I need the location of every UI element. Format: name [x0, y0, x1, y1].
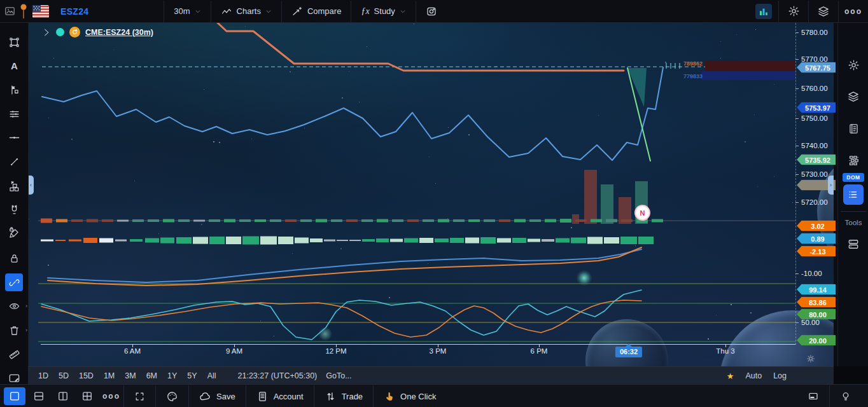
star-icon[interactable]: ★ — [727, 371, 734, 381]
trade-button[interactable]: Trade — [314, 390, 373, 403]
price-tick — [795, 88, 799, 89]
range-1y[interactable]: 1Y — [162, 371, 182, 380]
settings-button[interactable] — [779, 1, 808, 22]
price-tick-label: 5720.00 — [801, 198, 828, 206]
price-tick — [795, 202, 799, 203]
price-label: 3.02 — [797, 221, 836, 231]
price-tick — [795, 273, 799, 274]
ideas-button[interactable] — [830, 390, 862, 402]
svg-text:779833: 779833 — [683, 73, 703, 79]
tool-magnet-tool[interactable] — [5, 200, 23, 218]
price-axis-separator — [795, 23, 796, 345]
layout-single-button[interactable] — [4, 387, 25, 405]
chart-canvas[interactable]: 789862779833 — [28, 23, 834, 366]
range-5y[interactable]: 5Y — [182, 371, 202, 380]
compare-button[interactable]: Compare — [282, 1, 351, 22]
account-button[interactable]: Account — [246, 390, 314, 403]
layout-more-button[interactable]: ooo — [101, 387, 122, 405]
tool-channel-lines-tool[interactable] — [5, 105, 23, 123]
lightbulb-icon — [840, 390, 851, 402]
range-5d[interactable]: 5D — [53, 371, 74, 380]
tool-abc-pattern-tool[interactable] — [5, 177, 23, 195]
interval-dropdown[interactable]: 30m — [164, 1, 210, 22]
legend-symbol-link[interactable]: CME:ESZ24 (30m) — [85, 28, 153, 37]
trading-platform: ESZ24 30m Charts Compare ƒx Study — [0, 0, 868, 407]
tool-flag-marker-tool[interactable] — [5, 81, 23, 99]
left-panel-collapse-handle[interactable]: ‹ — [28, 176, 34, 195]
range-all[interactable]: All — [202, 371, 221, 380]
right-sidebar: DOM Tools — [837, 23, 868, 384]
sidebar-item-layers[interactable] — [838, 85, 868, 108]
tool-measure-tool[interactable] — [5, 345, 23, 363]
log-scale-button[interactable]: Log — [773, 371, 787, 380]
sidebar-item-settings[interactable] — [838, 53, 868, 76]
camera-icon — [426, 6, 437, 17]
top-toolbar: ESZ24 30m Charts Compare ƒx Study — [0, 0, 868, 23]
tool-horizontal-line-tool[interactable] — [5, 128, 23, 146]
one-click-button[interactable]: One Click — [374, 390, 446, 402]
price-axis[interactable]: 5780.005770.005760.005750.005740.005730.… — [795, 23, 834, 366]
tools-section-label: Tools — [838, 219, 868, 226]
pointer-icon — [384, 390, 395, 402]
right-panel-collapse-handle[interactable]: › — [828, 176, 834, 195]
goto-button[interactable]: GoTo... — [326, 371, 351, 380]
price-tick — [795, 32, 799, 33]
layout-grid-button[interactable] — [76, 387, 98, 405]
refresh-icon[interactable] — [69, 27, 80, 38]
layers-icon — [817, 5, 830, 18]
price-tick-label: -10.00 — [801, 270, 822, 277]
gear-icon — [788, 5, 800, 17]
market-overview-button[interactable] — [749, 1, 778, 22]
layout-columns-button[interactable] — [52, 387, 74, 405]
sidebar-item-dom-panel[interactable] — [843, 184, 864, 205]
tool-trend-line-tool[interactable] — [5, 153, 23, 170]
study-dropdown[interactable]: ƒx Study — [351, 1, 415, 22]
range-6m[interactable]: 6M — [141, 371, 162, 380]
sidebar-item-server-panel[interactable] — [838, 233, 868, 256]
cloud-icon — [199, 390, 211, 403]
chart-plot: 789862779833 — [28, 23, 834, 366]
logo-photo-icon[interactable] — [4, 5, 16, 17]
range-15d[interactable]: 15D — [74, 371, 99, 380]
snapshot-button[interactable] — [416, 1, 447, 22]
tool-locked-drawing-tool[interactable] — [5, 224, 23, 242]
fx-icon: ƒx — [361, 6, 369, 17]
sidebar-item-modules[interactable] — [838, 149, 868, 172]
legend-expand-icon[interactable] — [42, 28, 51, 37]
range-1m[interactable]: 1M — [99, 371, 120, 380]
price-tick — [795, 59, 799, 60]
chart-legend[interactable]: CME:ESZ24 (30m) — [42, 27, 153, 38]
fullscreen-button[interactable] — [124, 391, 155, 402]
symbol-name[interactable]: ESZ24 — [60, 6, 88, 17]
tool-lock-tool[interactable] — [5, 249, 23, 267]
range-3m[interactable]: 3M — [120, 371, 141, 380]
price-tick — [795, 146, 799, 146]
ledger-icon — [256, 390, 269, 403]
chart-line-icon — [221, 6, 232, 17]
sidebar-item-journal[interactable] — [838, 117, 868, 140]
range-1d[interactable]: 1D — [33, 371, 53, 380]
tool-text-tool[interactable]: A — [5, 57, 23, 75]
price-tick — [795, 118, 799, 119]
tool-hide-drawings-tool[interactable]: › — [5, 297, 23, 315]
clock-label[interactable]: 21:23:27 (UTC+05:30) — [238, 371, 318, 380]
price-tick-label: 5760.00 — [801, 85, 828, 92]
theme-button[interactable] — [156, 390, 188, 403]
more-button[interactable]: ooo — [839, 1, 868, 22]
fullscreen-icon — [134, 391, 145, 402]
layers-button[interactable] — [809, 1, 838, 22]
tool-link-tool[interactable] — [5, 273, 23, 291]
price-label: 5767.75 — [797, 62, 836, 73]
trade-arrows-icon — [325, 390, 337, 403]
timeframe-bar-gap — [834, 366, 868, 384]
panel-toggle-button[interactable] — [797, 390, 829, 402]
charts-label: Charts — [237, 6, 261, 16]
sun-settings-icon[interactable] — [806, 354, 816, 364]
ellipsis-icon: ooo — [102, 392, 120, 401]
layout-rows-button[interactable] — [28, 387, 50, 405]
auto-scale-button[interactable]: Auto — [745, 371, 762, 380]
tool-delete-drawings-tool[interactable]: › — [5, 321, 23, 339]
save-button[interactable]: Save — [189, 390, 246, 403]
charts-dropdown[interactable]: Charts — [211, 1, 281, 22]
tool-selection-tool[interactable] — [5, 33, 23, 51]
